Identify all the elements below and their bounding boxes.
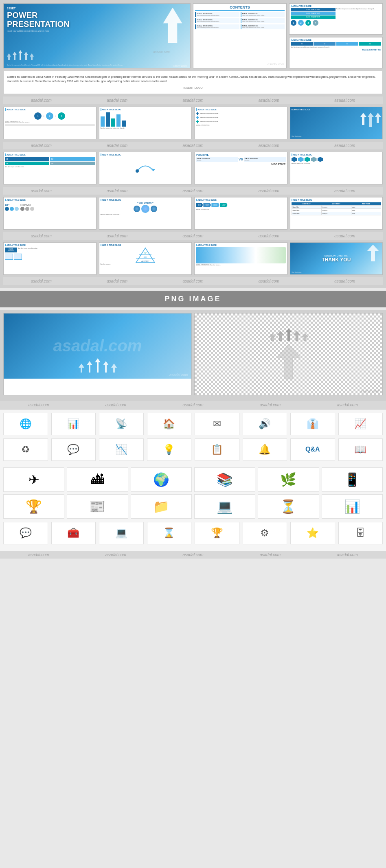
icon-wifi[interactable]: 📡 xyxy=(99,413,144,435)
3d-icons-row-2: 🏆 📰 📁 💻 ⏳ 📊 xyxy=(3,494,383,519)
landscape-bg xyxy=(196,247,286,263)
svg-marker-6 xyxy=(196,112,199,115)
slide-landscape[interactable]: ADD A TITLE SLIDE ASADAL INTERNET INC. N… xyxy=(194,242,287,275)
icon-folders-3d[interactable]: 📁 xyxy=(131,494,192,519)
icon-chat-box[interactable]: 💬 xyxy=(3,522,48,544)
asadal-logo-2: ASADAL INTERNET INC. xyxy=(291,49,381,51)
vs-content: ASADAL INTERNET INC.Nam liber... VS ASAD… xyxy=(196,157,286,162)
svg-marker-26 xyxy=(269,333,276,341)
info-slide-1[interactable]: ADD A TITLE SLIDE CLICK TO ADD TEXT CLIC… xyxy=(289,3,383,35)
thankyou-arrow xyxy=(366,244,380,262)
updown-content: UP DOWN xyxy=(5,203,95,211)
keyword-circles xyxy=(101,206,191,213)
svg-marker-27 xyxy=(277,331,284,341)
icon-chat[interactable]: 💬 xyxy=(51,438,96,461)
icon-recycle[interactable]: ♻ xyxy=(3,438,48,461)
svg-marker-1 xyxy=(7,53,11,60)
icon-chart[interactable]: 📊 xyxy=(51,413,96,435)
watermark-row-4: asadal.com asadal.com asadal.com asadal.… xyxy=(3,232,383,240)
slide-table[interactable]: ADD A TITLE SLIDE ADD TEXTADD TEXTADD TE… xyxy=(290,197,383,230)
icon-plant-3d[interactable]: 🌿 xyxy=(258,467,319,492)
slide-num-boxes[interactable]: ADD A TITLE SLIDE 0.1 0.2 0.3 0.4 Nam li… xyxy=(3,152,96,184)
icon-laptop2[interactable]: 💻 xyxy=(99,522,144,544)
slide-steps[interactable]: ADD A TITLE SLIDE ADD TEXT HERE NOW ASAD… xyxy=(194,197,287,230)
icon-buildings-3d[interactable]: 🏙 xyxy=(67,467,128,492)
contents-grid: ASADAL INTERNET INC.Nam liber tempor cum… xyxy=(195,12,285,29)
icon-clipboard[interactable]: 📋 xyxy=(195,438,239,461)
icon-hourglass2[interactable]: ⌛ xyxy=(147,522,192,544)
slide-pyramid[interactable]: ADD A TITLE SLIDE ADD TEXT ADD TOP Nam l… xyxy=(99,242,192,275)
svg-text:ADD: ADD xyxy=(144,256,147,258)
slide-bars[interactable]: ADD A TITLE SLIDE Nam liber tempor cum s… xyxy=(99,107,192,139)
contents-slide[interactable]: CONTENTS ASADAL INTERNET INC.Nam liber t… xyxy=(193,3,287,68)
icon-globe-3d[interactable]: 🌍 xyxy=(131,467,192,492)
png-blue-slide[interactable]: asadal.com asadal.com xyxy=(3,313,192,395)
png-row-1: asadal.com asadal.com xyxy=(3,313,383,395)
svg-marker-11 xyxy=(375,113,381,123)
icon-toolbox[interactable]: 🧰 xyxy=(51,522,96,544)
slide-circles[interactable]: ADD A TITLE SLIDE 1 2 3 ASADAL INTERNET … xyxy=(3,107,96,139)
blue-arrows xyxy=(292,113,382,127)
hero-slide[interactable]: 29SET POWERPRESENTATION Insert your subt… xyxy=(3,3,191,68)
icon-home[interactable]: 🏠 xyxy=(147,413,192,435)
icon-airplane-3d[interactable]: ✈ xyxy=(3,467,64,492)
slide-blue-arrows[interactable]: ADD A TITLE SLIDE Nam liber tempor... xyxy=(290,107,383,139)
watermark-row-5: asadal.com asadal.com asadal.com asadal.… xyxy=(3,277,383,285)
svg-marker-3 xyxy=(18,50,22,60)
svg-marker-9 xyxy=(360,113,366,125)
watermark-hero: asadal.com xyxy=(153,50,170,54)
svg-marker-2 xyxy=(13,52,17,60)
svg-marker-24 xyxy=(103,361,109,373)
icon-star[interactable]: ⭐ xyxy=(290,522,335,544)
icon-book[interactable]: 📖 xyxy=(338,438,383,461)
slide-posneg[interactable]: POSITIVE ASADAL INTERNET INC.Nam liber..… xyxy=(194,152,287,184)
icon-settings[interactable]: ⚙ xyxy=(243,522,287,544)
keywords-label: ❝ KEY WORDS ❞ xyxy=(101,202,191,204)
numbered-items: 01 02 03 04 xyxy=(291,42,381,46)
insert-logo-text: INSERT LOGO xyxy=(7,85,379,90)
icon-speaker[interactable]: 🔊 xyxy=(243,413,287,435)
logo-grid: ASADALINTERNET Nam liber tempor cum solu… xyxy=(5,248,95,252)
wm-png2: asadal.com xyxy=(360,389,379,393)
info-boxes: CLICK TO ADD TEXT CLICK TO ADD TEXT CLIC… xyxy=(291,8,381,19)
icon-chart3d[interactable]: 📊 xyxy=(322,494,383,519)
slide-arrows-text[interactable]: ADD A TITLE SLIDE Nam liber tempor cum s… xyxy=(194,107,287,139)
slide-keywords[interactable]: ADD A TITLE SLIDE ❝ KEY WORDS ❞ Nam libe… xyxy=(99,197,192,230)
add-title-1: ADD A TITLE SLIDE xyxy=(291,5,381,7)
icon-books-3d[interactable]: 📚 xyxy=(194,467,255,492)
big-checker-arrow xyxy=(276,343,301,380)
info-slide-2[interactable]: ADD A TITLE SLIDE 01 02 03 04 Nam liber … xyxy=(289,37,383,68)
slide-thankyou[interactable]: ASADAL INTERNET INC. THANK YOU Nam liber… xyxy=(290,242,383,275)
svg-marker-4 xyxy=(24,52,28,60)
icon-trophy-3d[interactable]: 🏆 xyxy=(3,494,64,519)
svg-text:TOP: TOP xyxy=(144,252,147,254)
svg-marker-30 xyxy=(302,333,308,341)
icon-chart-down[interactable]: 📉 xyxy=(99,438,144,461)
icon-database[interactable]: 🗄 xyxy=(338,522,383,544)
icon-hourglass-3d[interactable]: ⏳ xyxy=(258,494,319,519)
icon-laptop-3d[interactable]: 💻 xyxy=(194,494,255,519)
svg-marker-20 xyxy=(367,245,379,261)
chevron-steps: ADD TEXT HERE NOW xyxy=(196,203,286,207)
icon-tablet-3d[interactable]: 📱 xyxy=(322,467,383,492)
icon-lightbulb[interactable]: 💡 xyxy=(147,438,192,461)
set-label: 29SET xyxy=(7,7,187,10)
slide-logo[interactable]: ADD A TITLE SLIDE ASADALINTERNET Nam lib… xyxy=(3,242,96,275)
slide-row-2: ADD A TITLE SLIDE 1 2 3 ASADAL INTERNET … xyxy=(3,107,383,139)
icon-trophy2[interactable]: 🏆 xyxy=(195,522,239,544)
png-checker-slide[interactable]: asadal.com xyxy=(194,313,383,395)
slide-curved[interactable]: ADD A TITLE SLIDE xyxy=(99,152,192,184)
icon-person[interactable]: 👔 xyxy=(290,413,335,435)
slide-updown[interactable]: ADD A TITLE SLIDE UP DOWN xyxy=(3,197,96,230)
mini-table-el: ADD TEXTADD TEXTADD TEXT Nam libertempor… xyxy=(292,202,382,215)
icon-email[interactable]: ✉ xyxy=(195,413,239,435)
icon-bell[interactable]: 🔔 xyxy=(243,438,287,461)
icon-qa[interactable]: Q&A xyxy=(290,438,335,461)
icon-globe[interactable]: 🌐 xyxy=(3,413,48,435)
slide-hexagons[interactable]: ADD A TITLE SLIDE Nam liber tempor cum s… xyxy=(290,152,383,184)
slide-row-4: ADD A TITLE SLIDE UP DOWN xyxy=(3,197,383,230)
icon-news-3d[interactable]: 📰 xyxy=(67,494,128,519)
icon-graph[interactable]: 📈 xyxy=(338,413,383,435)
svg-point-13 xyxy=(136,169,139,173)
arrow-items: Nam liber tempor cum soluta... Nam liber… xyxy=(196,112,286,123)
